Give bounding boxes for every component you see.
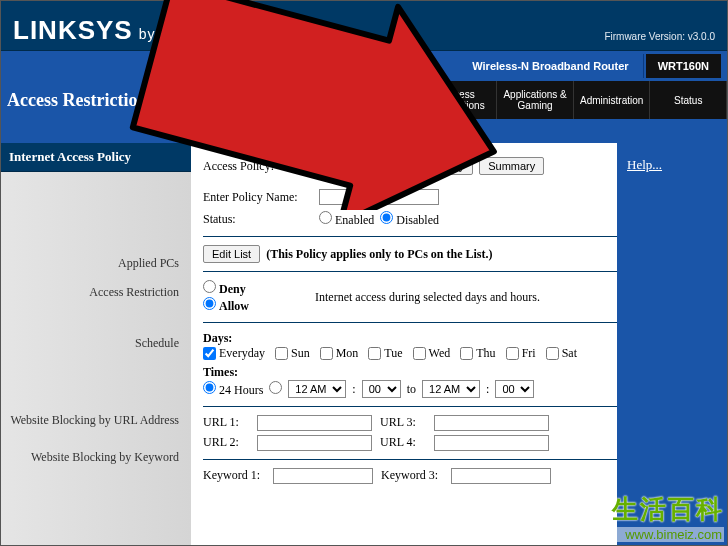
separator (203, 271, 628, 272)
label-to: to (407, 382, 416, 397)
select-to-min[interactable]: 00 (495, 380, 534, 398)
check-mon-wrap[interactable]: Mon (320, 346, 359, 361)
label-status: Status: (203, 212, 313, 227)
check-fri[interactable] (506, 347, 519, 360)
tab-applications-gaming[interactable]: Applications & Gaming (497, 81, 574, 119)
radio-deny[interactable] (203, 280, 216, 293)
radio-range-wrap[interactable] (269, 381, 282, 398)
radio-24h[interactable] (203, 381, 216, 394)
brand-name: LINKSYS (13, 15, 133, 46)
separator (203, 406, 628, 407)
access-description: Internet access during selected days and… (315, 290, 540, 305)
check-everyday-wrap[interactable]: Everyday (203, 346, 265, 361)
input-kw1[interactable] (273, 468, 373, 484)
radio-disabled-wrap[interactable]: Disabled (380, 211, 439, 228)
subnav-internet-access-policy[interactable]: Internet Access Policy (191, 126, 305, 137)
radio-time-range[interactable] (269, 381, 282, 394)
product-name: Wireless-N Broadband Router (458, 54, 643, 78)
check-sun[interactable] (275, 347, 288, 360)
check-thu-wrap[interactable]: Thu (460, 346, 495, 361)
main-nav: Access Restrictions Setup Wireless Secur… (1, 81, 727, 119)
radio-24h-wrap[interactable]: 24 Hours (203, 381, 263, 398)
row-url-12: URL 1: URL 3: (203, 415, 628, 431)
row-deny-allow: Deny Allow Internet access during select… (203, 280, 628, 314)
label-policy-name: Enter Policy Name: (203, 190, 313, 205)
check-thu[interactable] (460, 347, 473, 360)
row-days: Everyday Sun Mon Tue Wed Thu Fri Sat (203, 346, 628, 361)
applies-note: (This Policy applies only to PCs on the … (266, 247, 492, 262)
label-days: Days: (203, 331, 628, 346)
tab-administration[interactable]: Administration (574, 81, 651, 119)
help-link[interactable]: Help... (627, 157, 662, 172)
product-title-bar: Wireless-N Broadband Router WRT160N (1, 51, 727, 81)
radio-enabled[interactable] (319, 211, 332, 224)
input-kw3[interactable] (451, 468, 551, 484)
input-url2[interactable] (257, 435, 372, 451)
select-to-hour[interactable]: 12 AM (422, 380, 480, 398)
summary-button[interactable]: Summary (479, 157, 544, 175)
check-wed-wrap[interactable]: Wed (413, 346, 451, 361)
app-frame: LINKSYS by Cisco Firmware Version: v3.0.… (0, 0, 728, 546)
brand-sub: by Cisco (139, 26, 201, 42)
check-wed[interactable] (413, 347, 426, 360)
label-url2: URL 2: (203, 435, 249, 451)
brand-logo: LINKSYS by Cisco (13, 15, 200, 46)
select-from-hour[interactable]: 12 AM (288, 380, 346, 398)
label-times: Times: (203, 365, 628, 380)
label-kw1: Keyword 1: (203, 468, 265, 484)
input-url1[interactable] (257, 415, 372, 431)
radio-allow[interactable] (203, 297, 216, 310)
product-model: WRT160N (646, 54, 721, 78)
side-website-blocking-url: Website Blocking by URL Address (1, 409, 191, 432)
check-tue-wrap[interactable]: Tue (368, 346, 402, 361)
edit-list-button[interactable]: Edit List (203, 245, 260, 263)
select-policy[interactable]: 1 ( ) (319, 157, 365, 175)
radio-deny-wrap[interactable]: Deny (203, 280, 249, 297)
main-area: Internet Access Policy Applied PCs Acces… (1, 143, 727, 545)
label-url4: URL 4: (380, 435, 426, 451)
row-status: Status: Enabled Disabled (203, 211, 628, 228)
sidebar-header: Internet Access Policy (1, 143, 191, 172)
row-access-policy: Access Policy: 1 ( ) Delete This Entry S… (203, 157, 628, 175)
row-url-34: URL 2: URL 4: (203, 435, 628, 451)
input-url3[interactable] (434, 415, 549, 431)
firmware-version: Firmware Version: v3.0.0 (604, 31, 715, 46)
check-fri-wrap[interactable]: Fri (506, 346, 536, 361)
separator (203, 322, 628, 323)
row-edit-list: Edit List (This Policy applies only to P… (203, 245, 628, 263)
side-website-blocking-keyword: Website Blocking by Keyword (1, 446, 191, 469)
content-pane: Access Policy: 1 ( ) Delete This Entry S… (191, 143, 727, 545)
help-pane: Help... (617, 143, 727, 545)
separator (203, 236, 628, 237)
sub-nav: Internet Access Policy (1, 119, 727, 143)
tab-status[interactable]: Status (650, 81, 727, 119)
check-mon[interactable] (320, 347, 333, 360)
page-title: Access Restrictions (1, 81, 191, 119)
tab-access-restrictions[interactable]: Access Restrictions (421, 81, 498, 119)
check-sat[interactable] (546, 347, 559, 360)
delete-entry-button[interactable]: Delete This Entry (371, 157, 473, 175)
radio-enabled-wrap[interactable]: Enabled (319, 211, 374, 228)
side-access-restriction: Access Restriction (1, 281, 191, 304)
label-access-policy: Access Policy: (203, 159, 313, 174)
input-url4[interactable] (434, 435, 549, 451)
tab-security[interactable]: Security (344, 81, 421, 119)
side-applied-pcs: Applied PCs (1, 252, 191, 275)
label-url3: URL 3: (380, 415, 426, 431)
row-kw-13: Keyword 1: Keyword 3: (203, 468, 628, 484)
tab-setup[interactable]: Setup (191, 81, 268, 119)
label-url1: URL 1: (203, 415, 249, 431)
input-policy-name[interactable] (319, 189, 439, 205)
label-kw3: Keyword 3: (381, 468, 443, 484)
check-sun-wrap[interactable]: Sun (275, 346, 310, 361)
radio-allow-wrap[interactable]: Allow (203, 297, 249, 314)
tab-wireless[interactable]: Wireless (268, 81, 345, 119)
side-schedule: Schedule (1, 332, 191, 355)
row-policy-name: Enter Policy Name: (203, 189, 628, 205)
check-tue[interactable] (368, 347, 381, 360)
check-sat-wrap[interactable]: Sat (546, 346, 577, 361)
select-from-min[interactable]: 00 (362, 380, 401, 398)
brand-header: LINKSYS by Cisco Firmware Version: v3.0.… (1, 1, 727, 51)
radio-disabled[interactable] (380, 211, 393, 224)
check-everyday[interactable] (203, 347, 216, 360)
